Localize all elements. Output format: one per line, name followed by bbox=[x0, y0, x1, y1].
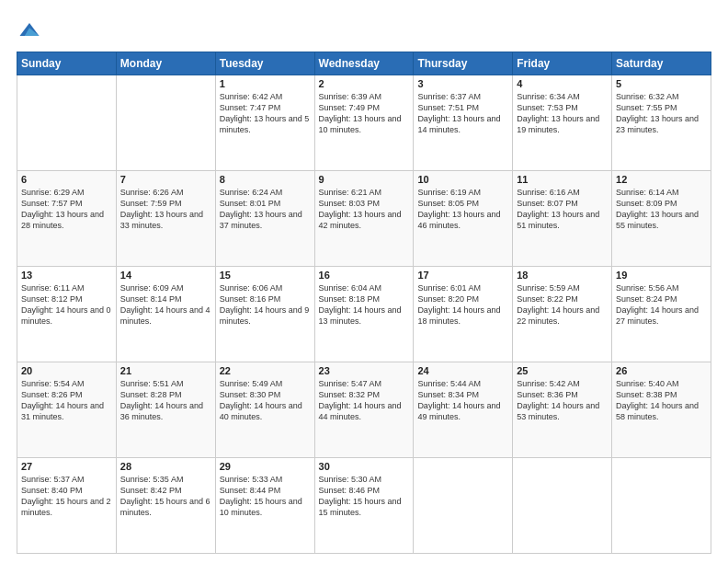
day-number: 4 bbox=[517, 78, 608, 89]
day-info: Sunrise: 5:47 AM Sunset: 8:32 PM Dayligh… bbox=[319, 378, 410, 423]
day-number: 11 bbox=[517, 174, 608, 185]
day-number: 15 bbox=[220, 270, 311, 281]
calendar-cell: 8Sunrise: 6:24 AM Sunset: 8:01 PM Daylig… bbox=[215, 171, 314, 267]
day-number: 10 bbox=[417, 174, 508, 185]
header bbox=[17, 17, 711, 42]
day-info: Sunrise: 5:42 AM Sunset: 8:36 PM Dayligh… bbox=[517, 378, 608, 423]
calendar-cell: 22Sunrise: 5:49 AM Sunset: 8:30 PM Dayli… bbox=[215, 362, 314, 458]
calendar-cell: 13Sunrise: 6:11 AM Sunset: 8:12 PM Dayli… bbox=[17, 267, 117, 362]
day-number: 3 bbox=[417, 78, 508, 89]
calendar-week-2: 6Sunrise: 6:29 AM Sunset: 7:57 PM Daylig… bbox=[17, 171, 711, 267]
day-number: 28 bbox=[120, 461, 211, 472]
day-info: Sunrise: 6:24 AM Sunset: 8:01 PM Dayligh… bbox=[220, 187, 311, 232]
day-info: Sunrise: 6:26 AM Sunset: 7:59 PM Dayligh… bbox=[120, 187, 211, 232]
day-info: Sunrise: 6:32 AM Sunset: 7:55 PM Dayligh… bbox=[616, 91, 707, 136]
day-number: 29 bbox=[220, 461, 311, 472]
day-number: 26 bbox=[616, 365, 707, 376]
calendar-cell: 20Sunrise: 5:54 AM Sunset: 8:26 PM Dayli… bbox=[17, 362, 117, 458]
day-number: 5 bbox=[616, 78, 707, 89]
calendar-cell bbox=[513, 458, 612, 554]
day-info: Sunrise: 5:56 AM Sunset: 8:24 PM Dayligh… bbox=[616, 282, 707, 327]
calendar-cell bbox=[116, 75, 215, 171]
day-info: Sunrise: 6:01 AM Sunset: 8:20 PM Dayligh… bbox=[417, 282, 508, 327]
calendar-cell: 27Sunrise: 5:37 AM Sunset: 8:40 PM Dayli… bbox=[17, 458, 117, 554]
calendar-cell bbox=[17, 75, 117, 171]
day-number: 19 bbox=[616, 270, 707, 281]
calendar-cell: 5Sunrise: 6:32 AM Sunset: 7:55 PM Daylig… bbox=[612, 75, 711, 171]
day-number: 23 bbox=[319, 365, 410, 376]
logo-icon bbox=[17, 17, 42, 42]
calendar-header-row: SundayMondayTuesdayWednesdayThursdayFrid… bbox=[17, 52, 711, 75]
calendar-body: 1Sunrise: 6:42 AM Sunset: 7:47 PM Daylig… bbox=[17, 75, 711, 554]
calendar-cell: 9Sunrise: 6:21 AM Sunset: 8:03 PM Daylig… bbox=[314, 171, 414, 267]
day-info: Sunrise: 6:42 AM Sunset: 7:47 PM Dayligh… bbox=[220, 91, 311, 136]
day-info: Sunrise: 6:21 AM Sunset: 8:03 PM Dayligh… bbox=[319, 187, 410, 232]
day-number: 22 bbox=[220, 365, 311, 376]
day-header-saturday: Saturday bbox=[612, 52, 711, 75]
day-number: 7 bbox=[120, 174, 211, 185]
day-number: 17 bbox=[417, 270, 508, 281]
day-header-sunday: Sunday bbox=[17, 52, 117, 75]
day-number: 16 bbox=[319, 270, 410, 281]
calendar-cell: 14Sunrise: 6:09 AM Sunset: 8:14 PM Dayli… bbox=[116, 267, 215, 362]
calendar-cell: 10Sunrise: 6:19 AM Sunset: 8:05 PM Dayli… bbox=[414, 171, 513, 267]
calendar-cell bbox=[612, 458, 711, 554]
day-header-monday: Monday bbox=[116, 52, 215, 75]
day-info: Sunrise: 5:40 AM Sunset: 8:38 PM Dayligh… bbox=[616, 378, 707, 423]
day-number: 21 bbox=[120, 365, 211, 376]
day-number: 24 bbox=[417, 365, 508, 376]
day-info: Sunrise: 6:14 AM Sunset: 8:09 PM Dayligh… bbox=[616, 187, 707, 232]
day-header-tuesday: Tuesday bbox=[215, 52, 314, 75]
calendar-cell: 17Sunrise: 6:01 AM Sunset: 8:20 PM Dayli… bbox=[414, 267, 513, 362]
day-info: Sunrise: 6:34 AM Sunset: 7:53 PM Dayligh… bbox=[517, 91, 608, 136]
day-info: Sunrise: 6:11 AM Sunset: 8:12 PM Dayligh… bbox=[21, 282, 112, 327]
day-info: Sunrise: 5:51 AM Sunset: 8:28 PM Dayligh… bbox=[120, 378, 211, 423]
calendar-cell: 23Sunrise: 5:47 AM Sunset: 8:32 PM Dayli… bbox=[314, 362, 414, 458]
calendar-cell: 25Sunrise: 5:42 AM Sunset: 8:36 PM Dayli… bbox=[513, 362, 612, 458]
day-info: Sunrise: 5:44 AM Sunset: 8:34 PM Dayligh… bbox=[417, 378, 508, 423]
day-number: 6 bbox=[21, 174, 112, 185]
calendar-cell: 11Sunrise: 6:16 AM Sunset: 8:07 PM Dayli… bbox=[513, 171, 612, 267]
calendar-week-5: 27Sunrise: 5:37 AM Sunset: 8:40 PM Dayli… bbox=[17, 458, 711, 554]
day-number: 27 bbox=[21, 461, 112, 472]
day-info: Sunrise: 5:54 AM Sunset: 8:26 PM Dayligh… bbox=[21, 378, 112, 423]
day-number: 2 bbox=[319, 78, 410, 89]
calendar-cell: 30Sunrise: 5:30 AM Sunset: 8:46 PM Dayli… bbox=[314, 458, 414, 554]
day-number: 9 bbox=[319, 174, 410, 185]
calendar-cell: 4Sunrise: 6:34 AM Sunset: 7:53 PM Daylig… bbox=[513, 75, 612, 171]
day-number: 8 bbox=[220, 174, 311, 185]
calendar-cell: 6Sunrise: 6:29 AM Sunset: 7:57 PM Daylig… bbox=[17, 171, 117, 267]
day-info: Sunrise: 6:04 AM Sunset: 8:18 PM Dayligh… bbox=[319, 282, 410, 327]
calendar-cell: 21Sunrise: 5:51 AM Sunset: 8:28 PM Dayli… bbox=[116, 362, 215, 458]
day-info: Sunrise: 6:19 AM Sunset: 8:05 PM Dayligh… bbox=[417, 187, 508, 232]
day-header-thursday: Thursday bbox=[414, 52, 513, 75]
day-number: 12 bbox=[616, 174, 707, 185]
day-info: Sunrise: 5:49 AM Sunset: 8:30 PM Dayligh… bbox=[220, 378, 311, 423]
day-info: Sunrise: 5:30 AM Sunset: 8:46 PM Dayligh… bbox=[319, 474, 410, 519]
day-info: Sunrise: 6:06 AM Sunset: 8:16 PM Dayligh… bbox=[220, 282, 311, 327]
calendar-cell: 18Sunrise: 5:59 AM Sunset: 8:22 PM Dayli… bbox=[513, 267, 612, 362]
calendar-cell: 19Sunrise: 5:56 AM Sunset: 8:24 PM Dayli… bbox=[612, 267, 711, 362]
day-info: Sunrise: 5:37 AM Sunset: 8:40 PM Dayligh… bbox=[21, 474, 112, 519]
calendar-cell: 16Sunrise: 6:04 AM Sunset: 8:18 PM Dayli… bbox=[314, 267, 414, 362]
day-number: 25 bbox=[517, 365, 608, 376]
day-number: 13 bbox=[21, 270, 112, 281]
day-number: 18 bbox=[517, 270, 608, 281]
calendar-week-1: 1Sunrise: 6:42 AM Sunset: 7:47 PM Daylig… bbox=[17, 75, 711, 171]
calendar-cell: 1Sunrise: 6:42 AM Sunset: 7:47 PM Daylig… bbox=[215, 75, 314, 171]
calendar-cell bbox=[414, 458, 513, 554]
day-info: Sunrise: 5:33 AM Sunset: 8:44 PM Dayligh… bbox=[220, 474, 311, 519]
day-number: 14 bbox=[120, 270, 211, 281]
day-info: Sunrise: 6:37 AM Sunset: 7:51 PM Dayligh… bbox=[417, 91, 508, 136]
calendar-table: SundayMondayTuesdayWednesdayThursdayFrid… bbox=[17, 52, 711, 554]
calendar-week-4: 20Sunrise: 5:54 AM Sunset: 8:26 PM Dayli… bbox=[17, 362, 711, 458]
day-number: 30 bbox=[319, 461, 410, 472]
calendar-cell: 28Sunrise: 5:35 AM Sunset: 8:42 PM Dayli… bbox=[116, 458, 215, 554]
page: SundayMondayTuesdayWednesdayThursdayFrid… bbox=[0, 0, 728, 563]
calendar-cell: 15Sunrise: 6:06 AM Sunset: 8:16 PM Dayli… bbox=[215, 267, 314, 362]
logo bbox=[17, 17, 46, 42]
calendar-week-3: 13Sunrise: 6:11 AM Sunset: 8:12 PM Dayli… bbox=[17, 267, 711, 362]
calendar-cell: 26Sunrise: 5:40 AM Sunset: 8:38 PM Dayli… bbox=[612, 362, 711, 458]
calendar-cell: 7Sunrise: 6:26 AM Sunset: 7:59 PM Daylig… bbox=[116, 171, 215, 267]
day-info: Sunrise: 6:16 AM Sunset: 8:07 PM Dayligh… bbox=[517, 187, 608, 232]
